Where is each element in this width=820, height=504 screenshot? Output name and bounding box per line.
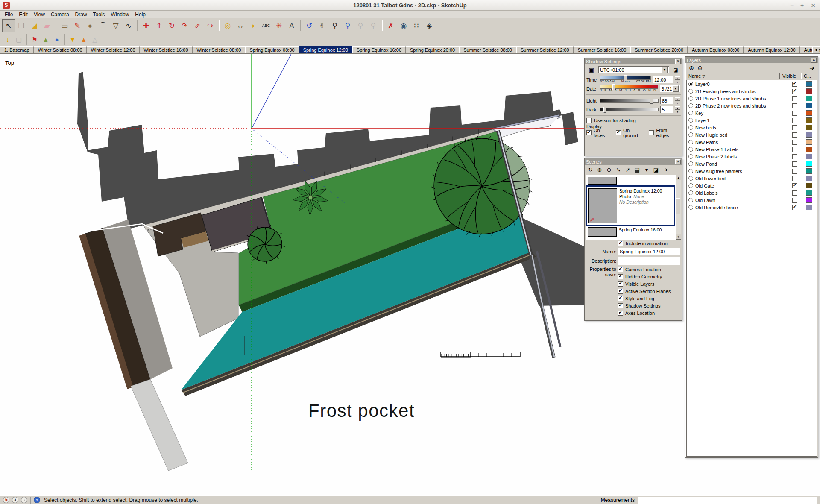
- scene-list-scrollbar[interactable]: ▲ ▼: [676, 175, 681, 240]
- layer-radio[interactable]: [688, 161, 693, 166]
- layer-visible-checkbox[interactable]: [792, 183, 797, 188]
- layer-radio[interactable]: [688, 176, 693, 181]
- share-model-button[interactable]: ▲: [78, 34, 89, 45]
- layer-color-swatch[interactable]: [806, 154, 812, 159]
- scene-item-next[interactable]: Spring Equinox 16:00: [586, 226, 675, 238]
- layer-radio[interactable]: [688, 205, 693, 210]
- scene-description-input[interactable]: [618, 257, 680, 265]
- menu-help[interactable]: Help: [132, 12, 149, 18]
- scroll-down-icon[interactable]: ▼: [676, 234, 681, 240]
- layer-row[interactable]: New beds: [687, 124, 817, 131]
- scene-item-selected[interactable]: ✎ Spring Equinox 12:00 Photo: None No De…: [586, 186, 675, 226]
- frost-pocket-label[interactable]: Frost pocket: [308, 401, 415, 421]
- layer-row[interactable]: Old Lawn: [687, 196, 817, 204]
- layer-details-button[interactable]: ➔: [808, 64, 816, 72]
- layer-row[interactable]: Key: [687, 109, 817, 117]
- layer-radio[interactable]: [688, 132, 693, 137]
- display-from-edges-checkbox[interactable]: [649, 130, 654, 135]
- add-location-button[interactable]: ⚑: [29, 34, 40, 45]
- layer-radio[interactable]: [688, 154, 693, 159]
- scene-tab-11[interactable]: Summer Solstice 16:00: [574, 46, 631, 53]
- scene-tab-8[interactable]: Spring Equinox 20:00: [406, 46, 459, 53]
- offset-tool-button[interactable]: ↪: [204, 19, 217, 32]
- move-scene-down-button[interactable]: ➘: [614, 166, 623, 174]
- timezone-select[interactable]: UTC+01:00 ▼: [598, 66, 669, 73]
- layer-visible-checkbox[interactable]: [792, 161, 797, 167]
- position-camera-button[interactable]: ✗: [384, 19, 397, 32]
- layer-radio[interactable]: [688, 82, 693, 86]
- include-animation-checkbox[interactable]: [618, 241, 623, 246]
- menu-draw[interactable]: Draw: [72, 12, 90, 18]
- use-sun-checkbox[interactable]: [586, 118, 592, 123]
- layer-color-swatch[interactable]: [806, 161, 812, 167]
- geo-partial-icon[interactable]: ◔: [21, 497, 27, 503]
- push-pull-tool-button[interactable]: ⇑: [152, 19, 165, 32]
- name-column-header[interactable]: Name ▽: [686, 73, 780, 79]
- layer-visible-checkbox[interactable]: [792, 205, 797, 210]
- add-scene-button[interactable]: ⊕: [595, 166, 604, 174]
- scene-tab-9[interactable]: Summer Solstice 08:00: [459, 46, 516, 53]
- get-models-button[interactable]: ▼: [67, 34, 78, 45]
- scroll-up-icon[interactable]: ▲: [676, 175, 681, 180]
- compass-tool-button[interactable]: ◈: [423, 19, 436, 32]
- move-tool-button[interactable]: ✚: [140, 19, 152, 32]
- layer-row[interactable]: 2D Phase 1 new trees and shrubs: [687, 95, 817, 102]
- tab-scroll-left-button[interactable]: ◀: [812, 47, 819, 53]
- dark-slider[interactable]: [600, 108, 659, 111]
- layers-close-icon[interactable]: ✕: [811, 58, 817, 63]
- tape-measure-button[interactable]: ◎: [221, 19, 234, 32]
- look-around-button[interactable]: ◉: [397, 19, 410, 32]
- layer-color-swatch[interactable]: [806, 103, 812, 108]
- layer-visible-checkbox[interactable]: [792, 140, 797, 145]
- dark-input[interactable]: 5: [660, 106, 673, 113]
- layer-radio[interactable]: [688, 147, 693, 152]
- shadow-details-button[interactable]: ◪: [671, 65, 680, 74]
- layer-color-swatch[interactable]: [806, 205, 812, 210]
- display-on-ground-checkbox[interactable]: [616, 130, 621, 135]
- dark-spinner[interactable]: ▲▼: [675, 106, 680, 113]
- view-options-button[interactable]: ▤: [633, 166, 641, 174]
- menu-file[interactable]: File: [2, 12, 16, 18]
- layer-row[interactable]: Old Labels: [687, 189, 817, 196]
- layer-row[interactable]: 2D Existing trees and shrubs: [687, 88, 817, 95]
- layer-visible-checkbox[interactable]: [792, 82, 797, 87]
- scenes-close-icon[interactable]: ✕: [675, 159, 681, 164]
- dimension-tool-button[interactable]: ↔: [234, 19, 247, 32]
- layer-radio[interactable]: [688, 183, 693, 188]
- 3d-text-tool-button[interactable]: A: [285, 19, 298, 32]
- scene-tab-13[interactable]: Autumn Equinox 08:00: [688, 46, 744, 53]
- scene-tab-14[interactable]: Autumn Equinox 12:00: [744, 46, 800, 53]
- layer-row[interactable]: Layer0: [687, 80, 817, 88]
- layer-visible-checkbox[interactable]: [792, 190, 797, 196]
- light-input[interactable]: 88: [660, 97, 673, 104]
- menu-window[interactable]: Window: [108, 12, 132, 18]
- view-options-arrow-button[interactable]: ▾: [642, 166, 651, 174]
- color-column-header[interactable]: C...: [801, 73, 817, 79]
- eraser-button[interactable]: ▰: [41, 19, 53, 32]
- prop-style-and-fog-checkbox[interactable]: [618, 296, 623, 301]
- rectangle-tool-button[interactable]: ▭: [58, 19, 71, 32]
- layer-color-swatch[interactable]: [806, 110, 812, 116]
- help-icon[interactable]: ?: [34, 497, 40, 503]
- layer-color-swatch[interactable]: [806, 168, 812, 174]
- google-earth-button[interactable]: ●: [51, 34, 62, 45]
- menu-camera[interactable]: Camera: [48, 12, 72, 18]
- orbit-tool-button[interactable]: ↺: [303, 19, 316, 32]
- measurements-input[interactable]: [638, 497, 817, 504]
- layer-radio[interactable]: [688, 198, 693, 202]
- prop-visible-layers-checkbox[interactable]: [618, 281, 623, 287]
- scene-item-partial[interactable]: [586, 175, 675, 186]
- paint-bucket-button[interactable]: ◢: [28, 19, 41, 32]
- toggle-terrain-button[interactable]: ▲: [40, 34, 51, 45]
- next-details-button[interactable]: ➔: [661, 166, 670, 174]
- freehand-tool-button[interactable]: ∿: [122, 19, 135, 32]
- layer-color-swatch[interactable]: [806, 176, 812, 181]
- zoom-tool-button[interactable]: ⚲: [328, 19, 341, 32]
- pan-tool-button[interactable]: ✌: [316, 19, 328, 32]
- layer-color-swatch[interactable]: [806, 81, 812, 87]
- minimize-button[interactable]: –: [790, 2, 794, 9]
- layer-visible-checkbox[interactable]: [792, 111, 797, 116]
- time-input[interactable]: 12:00: [653, 76, 673, 83]
- layer-radio[interactable]: [688, 111, 693, 115]
- layer-row[interactable]: New Hugle bed: [687, 131, 817, 138]
